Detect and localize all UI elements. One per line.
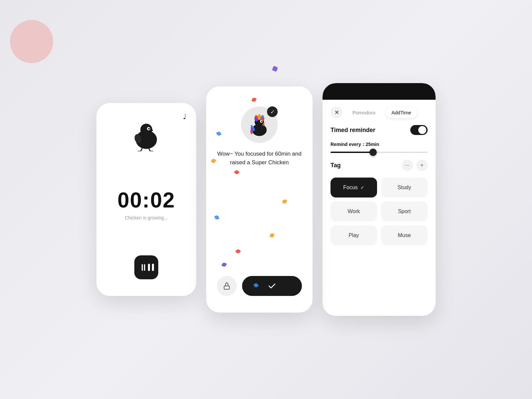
bg-decoration-circle <box>10 20 53 63</box>
action-buttons <box>217 276 302 296</box>
confetti-orange-4 <box>270 233 275 238</box>
svg-point-22 <box>262 123 264 126</box>
status-bar <box>323 83 436 100</box>
slider-fill <box>331 152 371 153</box>
phone-settings: ✕ Pomodoro AddTime Timed reminder Remind… <box>323 83 436 316</box>
tag-focus-label: Focus <box>343 185 358 191</box>
remind-value: 25min <box>366 142 379 147</box>
phones-container: ♩ <box>96 83 436 316</box>
confetti-red-2 <box>234 169 240 175</box>
slider-thumb[interactable] <box>369 149 377 156</box>
tag-play[interactable]: Play <box>331 225 377 245</box>
tab-row: ✕ Pomodoro AddTime <box>331 106 428 118</box>
add-tag-button[interactable]: + <box>416 160 428 171</box>
confetti-orange-3 <box>282 199 287 204</box>
confetti-red-3 <box>235 248 241 254</box>
tag-sport[interactable]: Sport <box>381 201 428 221</box>
remind-every-text: Remind every：25min <box>331 142 428 148</box>
achievement-check: ✓ <box>267 106 278 117</box>
tag-label: Tag <box>331 162 341 169</box>
tag-muse[interactable]: Muse <box>381 225 428 245</box>
svg-line-5 <box>141 148 142 151</box>
reminder-row: Timed reminder <box>331 125 428 135</box>
phone-timer: ♩ <box>96 103 196 296</box>
share-button[interactable] <box>217 276 237 296</box>
remind-label: Remind every： <box>331 142 366 147</box>
float-confetti-1 <box>272 66 278 72</box>
more-button[interactable]: ··· <box>402 160 413 171</box>
tags-grid: Focus ✓ Study Work Sport Play <box>331 178 428 245</box>
pause-bar-2 <box>152 264 154 271</box>
settings-content: ✕ Pomodoro AddTime Timed reminder Remind… <box>323 100 436 316</box>
slider-container <box>331 152 428 153</box>
phone-celebration: ✓ Wow~ You focused for 60min and raised … <box>206 86 313 313</box>
confirm-button[interactable] <box>242 276 302 296</box>
tag-muse-label: Muse <box>398 232 411 238</box>
svg-point-4 <box>150 129 153 131</box>
tab-pomodoro[interactable]: Pomodoro <box>346 107 381 118</box>
timer-subtitle: Chicken is growing... <box>117 215 175 220</box>
reminder-toggle[interactable] <box>410 125 428 135</box>
achievement-section: ✓ Wow~ You focused for 60min and raised … <box>216 106 303 167</box>
confetti-orange-2 <box>211 158 216 163</box>
tag-play-label: Play <box>348 232 359 238</box>
tag-sport-label: Sport <box>398 208 411 214</box>
pause-icon <box>148 264 154 271</box>
slider-track <box>331 152 428 153</box>
pause-button[interactable] <box>134 255 158 279</box>
tab-addtime[interactable]: AddTime <box>385 107 417 118</box>
svg-rect-26 <box>224 286 229 289</box>
pause-bar-1 <box>148 264 150 271</box>
chicken-image <box>125 116 168 153</box>
svg-point-3 <box>148 128 150 130</box>
tag-study[interactable]: Study <box>381 178 428 198</box>
svg-point-20 <box>261 121 262 122</box>
close-button[interactable]: ✕ <box>331 106 342 118</box>
remind-every-section: Remind every：25min <box>331 142 428 153</box>
tag-work[interactable]: Work <box>331 201 377 221</box>
confetti-red-1 <box>251 97 256 102</box>
tag-focus[interactable]: Focus ✓ <box>331 178 377 198</box>
tag-focus-check: ✓ <box>360 185 364 190</box>
confetti-blue-2 <box>214 215 219 220</box>
chicken-avatar: ✓ <box>241 106 278 143</box>
tag-work-label: Work <box>347 208 360 214</box>
tag-header: Tag ··· + <box>331 160 428 171</box>
music-icon: ♩ <box>183 112 186 121</box>
tag-actions: ··· + <box>402 160 428 171</box>
toggle-knob <box>418 126 426 134</box>
timer-display: 00:02 Chicken is growing... <box>117 188 175 220</box>
timer-time: 00:02 <box>117 188 175 212</box>
tag-study-label: Study <box>398 185 411 191</box>
confetti-purple-1 <box>221 262 227 267</box>
reminder-label: Timed reminder <box>331 127 375 134</box>
achievement-text: Wow~ You focused for 60min and raised a … <box>216 150 303 167</box>
